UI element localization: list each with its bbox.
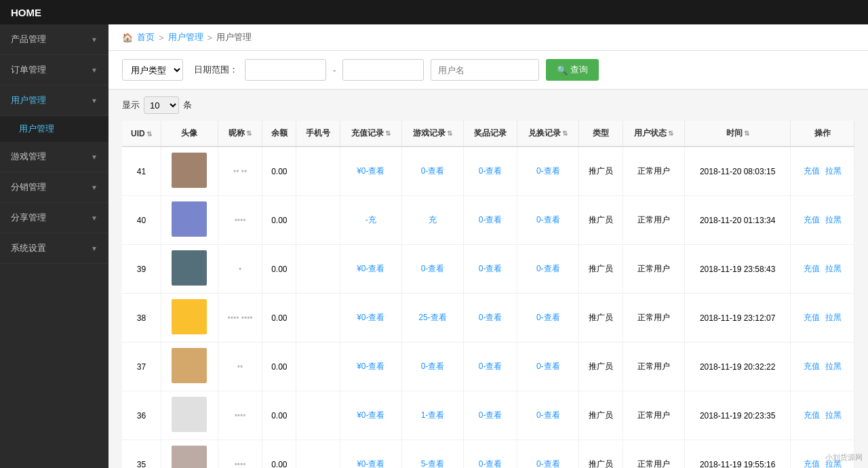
sidebar-item-label: 产品管理 [11, 33, 46, 45]
recharge-action[interactable]: 充值 [804, 410, 820, 420]
sidebar-item-user[interactable]: 用户管理 ▼ [0, 85, 108, 116]
recharge-action[interactable]: 充值 [804, 459, 820, 468]
recharge-link[interactable]: ¥0-查看 [357, 166, 384, 176]
breadcrumb-level1[interactable]: 用户管理 [168, 31, 203, 43]
sidebar-item-distribution[interactable]: 分销管理 ▼ [0, 172, 108, 203]
sidebar-item-game[interactable]: 游戏管理 ▼ [0, 142, 108, 172]
exchange-link[interactable]: 0-查看 [536, 166, 560, 176]
cell-game[interactable]: 5-查看 [401, 440, 463, 469]
prize-link[interactable]: 0-查看 [479, 215, 502, 225]
blacklist-action[interactable]: 拉黑 [825, 313, 842, 322]
cell-recharge[interactable]: ¥0-查看 [340, 343, 401, 391]
recharge-link[interactable]: ¥0-查看 [357, 264, 384, 273]
recharge-link[interactable]: ¥0-查看 [357, 459, 384, 468]
game-link[interactable]: 充 [429, 215, 437, 225]
exchange-link[interactable]: 0-查看 [536, 459, 560, 468]
exchange-link[interactable]: 0-查看 [536, 264, 560, 273]
cell-game[interactable]: 0-查看 [401, 147, 463, 196]
exchange-link[interactable]: 0-查看 [536, 215, 560, 225]
recharge-link[interactable]: ¥0-查看 [357, 362, 384, 371]
cell-action[interactable]: 充值拉黑 [791, 196, 854, 245]
game-link[interactable]: 25-查看 [418, 313, 446, 322]
blacklist-action[interactable]: 拉黑 [825, 362, 842, 371]
cell-game[interactable]: 0-查看 [401, 245, 463, 294]
blacklist-action[interactable]: 拉黑 [825, 459, 842, 468]
game-link[interactable]: 0-查看 [421, 264, 445, 273]
prize-link[interactable]: 0-查看 [479, 410, 502, 420]
game-link[interactable]: 0-查看 [421, 166, 445, 176]
cell-prize[interactable]: 0-查看 [464, 147, 517, 196]
sidebar-subitem-user-management[interactable]: 用户管理 [0, 116, 108, 142]
cell-uid: 40 [122, 196, 161, 245]
recharge-link[interactable]: ¥0-查看 [357, 313, 384, 322]
prize-link[interactable]: 0-查看 [479, 313, 502, 322]
recharge-action[interactable]: 充值 [804, 362, 820, 371]
sidebar-item-system[interactable]: 系统设置 ▼ [0, 233, 108, 264]
cell-recharge[interactable]: ¥0-查看 [340, 245, 401, 294]
cell-prize[interactable]: 0-查看 [464, 245, 517, 294]
blacklist-action[interactable]: 拉黑 [825, 410, 842, 420]
game-link[interactable]: 5-查看 [421, 459, 445, 468]
blacklist-action[interactable]: 拉黑 [825, 166, 842, 176]
recharge-action[interactable]: 充值 [804, 264, 820, 273]
cell-exchange[interactable]: 0-查看 [517, 147, 579, 196]
search-button[interactable]: 🔍 查询 [546, 59, 599, 81]
blacklist-action[interactable]: 拉黑 [825, 215, 842, 225]
sidebar-item-product[interactable]: 产品管理 ▼ [0, 24, 108, 55]
sidebar-item-order[interactable]: 订单管理 ▼ [0, 55, 108, 85]
game-link[interactable]: 0-查看 [421, 362, 445, 371]
recharge-link[interactable]: -充 [366, 215, 376, 225]
cell-prize[interactable]: 0-查看 [464, 294, 517, 343]
game-link[interactable]: 1-查看 [421, 410, 445, 420]
cell-action[interactable]: 充值拉黑 [791, 391, 854, 440]
prize-link[interactable]: 0-查看 [479, 166, 502, 176]
exchange-link[interactable]: 0-查看 [536, 362, 560, 371]
avatar [172, 250, 207, 286]
cell-exchange[interactable]: 0-查看 [517, 294, 579, 343]
prize-link[interactable]: 0-查看 [479, 264, 502, 273]
cell-action[interactable]: 充值拉黑 [791, 440, 854, 469]
cell-exchange[interactable]: 0-查看 [517, 391, 579, 440]
recharge-action[interactable]: 充值 [804, 166, 820, 176]
recharge-action[interactable]: 充值 [804, 313, 820, 322]
cell-recharge[interactable]: ¥0-查看 [340, 440, 401, 469]
cell-prize[interactable]: 0-查看 [464, 196, 517, 245]
cell-recharge[interactable]: ¥0-查看 [340, 147, 401, 196]
recharge-action[interactable]: 充值 [804, 215, 820, 225]
cell-action[interactable]: 充值拉黑 [791, 294, 854, 343]
chevron-down-icon: ▼ [91, 153, 98, 161]
breadcrumb-home[interactable]: 首页 [137, 31, 155, 43]
cell-action[interactable]: 充值拉黑 [791, 343, 854, 391]
username-search-input[interactable] [431, 59, 539, 81]
cell-game[interactable]: 充 [401, 196, 463, 245]
cell-action[interactable]: 充值拉黑 [791, 245, 854, 294]
cell-game[interactable]: 0-查看 [401, 343, 463, 391]
exchange-link[interactable]: 0-查看 [536, 313, 560, 322]
date-start-input[interactable] [245, 59, 326, 81]
prize-link[interactable]: 0-查看 [479, 362, 502, 371]
prize-link[interactable]: 0-查看 [479, 459, 502, 468]
exchange-link[interactable]: 0-查看 [536, 410, 560, 420]
recharge-link[interactable]: ¥0-查看 [357, 410, 384, 420]
blacklist-action[interactable]: 拉黑 [825, 264, 842, 273]
cell-action[interactable]: 充值拉黑 [791, 147, 854, 196]
cell-recharge[interactable]: ¥0-查看 [340, 294, 401, 343]
sidebar-item-share[interactable]: 分享管理 ▼ [0, 203, 108, 233]
cell-exchange[interactable]: 0-查看 [517, 196, 579, 245]
page-size-select[interactable]: 10 20 50 100 [144, 96, 179, 114]
cell-game[interactable]: 25-查看 [401, 294, 463, 343]
cell-recharge[interactable]: ¥0-查看 [340, 391, 401, 440]
cell-recharge[interactable]: -充 [340, 196, 401, 245]
search-icon: 🔍 [557, 65, 568, 75]
cell-exchange[interactable]: 0-查看 [517, 245, 579, 294]
cell-time: 2018-11-19 23:12:07 [685, 294, 791, 343]
user-type-select[interactable]: 用户类型 普通用户 推广员 管理员 [122, 59, 183, 81]
cell-exchange[interactable]: 0-查看 [517, 343, 579, 391]
date-end-input[interactable] [342, 59, 424, 81]
table-row: 35••••0.00¥0-查看5-查看0-查看0-查看推广员正常用户2018-1… [122, 440, 854, 469]
cell-exchange[interactable]: 0-查看 [517, 440, 579, 469]
cell-game[interactable]: 1-查看 [401, 391, 463, 440]
cell-prize[interactable]: 0-查看 [464, 440, 517, 469]
cell-prize[interactable]: 0-查看 [464, 343, 517, 391]
cell-prize[interactable]: 0-查看 [464, 391, 517, 440]
